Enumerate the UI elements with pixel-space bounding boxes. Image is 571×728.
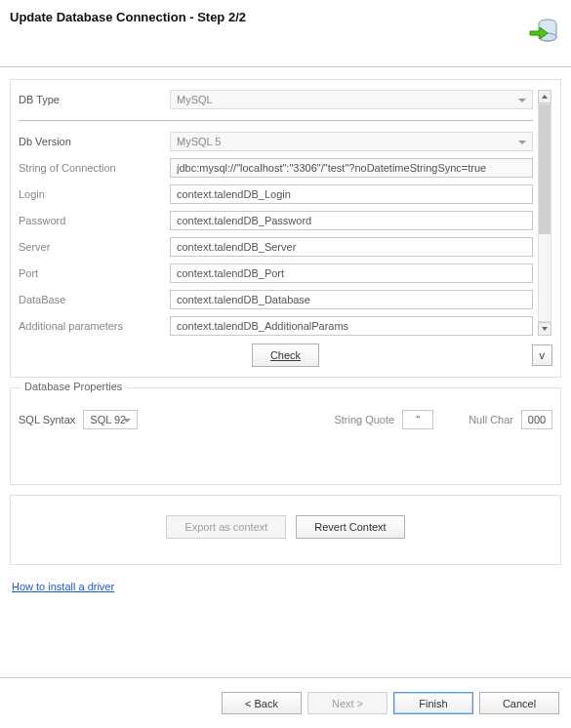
revert-context-button[interactable]: Revert Context — [296, 515, 404, 539]
dbprops-title: Database Properties — [20, 381, 126, 392]
db-version-label: Db Version — [19, 136, 170, 147]
sql-syntax-label: SQL Syntax — [19, 414, 75, 425]
login-label: Login — [19, 188, 170, 200]
database-properties-panel: Database Properties SQL Syntax SQL 92 St… — [10, 387, 561, 485]
scroll-up-icon[interactable] — [538, 90, 551, 103]
password-label: Password — [19, 215, 170, 226]
finish-button[interactable]: Finish — [393, 692, 473, 714]
db-version-select[interactable]: MySQL 5 — [170, 132, 533, 151]
port-field[interactable]: context.talendDB_Port — [170, 263, 533, 283]
password-field[interactable]: context.talendDB_Password — [170, 211, 533, 230]
install-driver-link[interactable]: How to install a driver — [10, 575, 561, 592]
conn-string-field[interactable]: jdbc:mysql://"localhost":"3306"/"test"?n… — [170, 158, 533, 178]
back-button[interactable]: < Back — [222, 692, 302, 714]
wizard-footer: < Back Next > Finish Cancel — [0, 677, 571, 728]
login-field[interactable]: context.talendDB_Login — [170, 184, 533, 204]
conn-string-label: String of Connection — [19, 162, 170, 174]
addparams-field[interactable]: context.talendDB_AdditionalParams — [170, 316, 533, 336]
check-button[interactable]: Check — [252, 344, 319, 367]
export-context-button[interactable]: Export as context — [166, 515, 286, 539]
sql-syntax-select[interactable]: SQL 92 — [83, 410, 138, 429]
db-type-select[interactable]: MySQL — [170, 90, 533, 109]
database-icon — [528, 16, 561, 53]
cancel-button[interactable]: Cancel — [479, 692, 559, 714]
next-button[interactable]: Next > — [307, 692, 387, 714]
null-char-field[interactable]: 000 — [521, 410, 552, 429]
context-panel: Export as context Revert Context — [10, 495, 561, 565]
port-label: Port — [19, 267, 170, 279]
null-char-label: Null Char — [469, 414, 513, 425]
database-field[interactable]: context.talendDB_Database — [170, 290, 533, 309]
connection-form-panel: DB Type MySQL Db Version MySQL 5 String … — [10, 79, 561, 378]
expand-button[interactable]: v — [532, 344, 553, 366]
page-title: Update Database Connection - Step 2/2 — [10, 10, 246, 24]
string-quote-field[interactable]: " — [402, 410, 433, 429]
scroll-down-icon[interactable] — [538, 322, 551, 336]
server-field[interactable]: context.talendDB_Server — [170, 237, 533, 257]
addparams-label: Additional parameters — [19, 320, 170, 332]
db-type-label: DB Type — [19, 94, 170, 105]
database-label: DataBase — [19, 294, 170, 305]
string-quote-label: String Quote — [334, 414, 394, 425]
server-label: Server — [19, 241, 170, 253]
form-scrollbar[interactable] — [537, 90, 552, 336]
